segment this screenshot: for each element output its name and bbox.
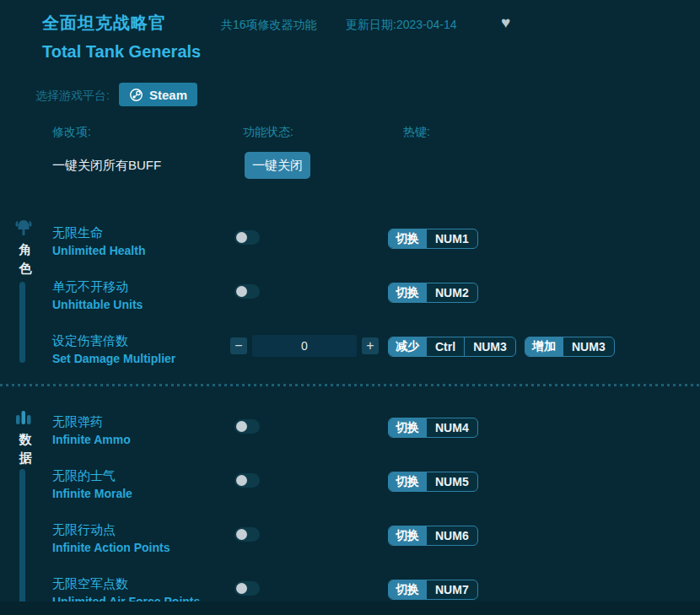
feature-name-en: Set Damage Multiplier [52, 352, 175, 365]
hotkey-action-label: 切换 [389, 526, 426, 545]
hotkey-key: NUM4 [426, 418, 477, 437]
hotkey-num1[interactable]: 切换 NUM1 [388, 229, 478, 249]
hotkey-num6[interactable]: 切换 NUM6 [388, 526, 478, 546]
damage-multiplier-input[interactable] [252, 335, 357, 357]
buff-row-label: 一键关闭所有BUFF [52, 158, 161, 174]
feature-name-zh: 无限行动点 [52, 522, 170, 538]
feature-name-zh: 无限弹药 [52, 414, 131, 430]
hotkey-key: NUM2 [426, 283, 477, 302]
feature-name-en: Unlimited Health [52, 244, 145, 257]
hotkey-num4[interactable]: 切换 NUM4 [388, 418, 478, 438]
hotkey-action-label: 切换 [389, 580, 426, 599]
trainer-window: 全面坦克战略官 共16项修改器功能 更新日期:2023-04-14 ♥ Tota… [0, 0, 700, 615]
column-header-status: 功能状态: [243, 125, 293, 140]
table-row: 无限生命 Unlimited Health 切换 NUM1 [0, 225, 700, 272]
hotkey-num2[interactable]: 切换 NUM2 [388, 283, 478, 303]
toggle-knob [236, 421, 247, 432]
hotkey-key: NUM3 [563, 337, 614, 356]
toggle-unhittable-units[interactable] [234, 284, 260, 299]
column-header-hotkey: 热键: [403, 125, 430, 140]
feature-count: 共16项修改器功能 [221, 18, 317, 33]
feature-name-zh: 无限生命 [52, 225, 145, 241]
steam-button-label: Steam [149, 88, 187, 102]
toggle-knob [236, 475, 247, 486]
hotkey-action-label: 减少 [389, 337, 426, 356]
update-date: 更新日期:2023-04-14 [346, 18, 457, 33]
hotkey-action-label: 增加 [525, 337, 563, 356]
hotkey-key: NUM7 [426, 580, 477, 599]
feature-label: 无限行动点 Infinite Action Points [52, 522, 170, 554]
hotkey-increase[interactable]: 增加 NUM3 [525, 337, 615, 357]
feature-name-en: Infinite Morale [52, 487, 132, 500]
feature-name-zh: 无限空军点数 [52, 576, 200, 592]
table-row: 无限的士气 Infinite Morale 切换 NUM5 [0, 468, 700, 515]
steam-icon [129, 88, 143, 102]
hotkey-key: NUM5 [426, 472, 477, 491]
game-title-en: Total Tank Generals [42, 42, 201, 62]
toggle-unlimited-air-force-points[interactable] [234, 581, 260, 596]
feature-label: 无限弹药 Infinite Ammo [52, 414, 131, 446]
toggle-infinite-action-points[interactable] [234, 527, 260, 542]
game-title-zh: 全面坦克战略官 [42, 12, 166, 35]
hotkey-num5[interactable]: 切换 NUM5 [388, 472, 478, 492]
decrease-button[interactable]: − [230, 337, 247, 354]
table-row: 无限弹药 Infinite Ammo 切换 NUM4 [0, 414, 700, 461]
hotkey-decrease[interactable]: 减少 Ctrl NUM3 [388, 337, 516, 357]
feature-name-zh: 单元不开移动 [52, 279, 143, 295]
hotkey-key: NUM3 [464, 337, 515, 356]
feature-name-zh: 设定伤害倍数 [52, 333, 175, 349]
feature-label: 单元不开移动 Unhittable Units [52, 279, 143, 311]
hotkey-key: NUM6 [426, 526, 477, 545]
hotkey-key: Ctrl [426, 337, 464, 356]
column-header-modifier: 修改项: [52, 125, 91, 140]
hotkey-num7[interactable]: 切换 NUM7 [388, 580, 478, 600]
feature-name-en: Infinite Action Points [52, 541, 170, 554]
table-row: 单元不开移动 Unhittable Units 切换 NUM2 [0, 279, 700, 326]
hotkey-action-label: 切换 [389, 283, 426, 302]
platform-select-label: 选择游戏平台: [35, 89, 110, 104]
toggle-infinite-morale[interactable] [234, 473, 260, 488]
group-divider [0, 384, 700, 386]
toggle-unlimited-health[interactable] [234, 230, 260, 245]
feature-label: 设定伤害倍数 Set Damage Multiplier [52, 333, 175, 365]
feature-label: 无限生命 Unlimited Health [52, 225, 145, 257]
window-bottom-edge [0, 602, 700, 615]
hotkey-action-label: 切换 [389, 472, 426, 491]
hotkey-key: NUM1 [426, 229, 477, 248]
platform-steam-button[interactable]: Steam [119, 83, 197, 106]
close-all-buff-button[interactable]: 一键关闭 [245, 152, 310, 179]
feature-name-zh: 无限的士气 [52, 468, 132, 484]
feature-label: 无限的士气 Infinite Morale [52, 468, 132, 500]
hotkey-action-label: 切换 [389, 229, 426, 248]
feature-name-en: Unhittable Units [52, 298, 143, 311]
increase-button[interactable]: + [362, 337, 379, 354]
toggle-infinite-ammo[interactable] [234, 419, 260, 434]
favorite-heart-icon[interactable]: ♥ [501, 13, 510, 32]
toggle-knob [236, 232, 247, 243]
hotkey-action-label: 切换 [389, 418, 426, 437]
feature-name-en: Infinite Ammo [52, 433, 131, 446]
toggle-knob [236, 529, 247, 540]
toggle-knob [236, 286, 247, 297]
toggle-knob [236, 583, 247, 594]
table-row: 无限行动点 Infinite Action Points 切换 NUM6 [0, 522, 700, 569]
table-row: 设定伤害倍数 Set Damage Multiplier − + 减少 Ctrl… [0, 333, 700, 380]
